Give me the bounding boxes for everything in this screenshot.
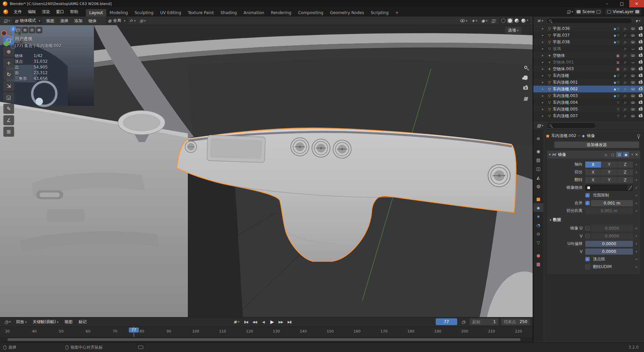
pin-icon[interactable] [637, 134, 640, 137]
display-toggle[interactable]: ⊡ [616, 152, 622, 157]
merge-checkbox[interactable] [585, 201, 590, 205]
object-name[interactable]: 车内顶棚.007 [553, 113, 616, 119]
window-button[interactable]: × [629, 0, 644, 7]
selectable-toggle[interactable] [622, 40, 629, 44]
selectable-toggle[interactable] [622, 60, 629, 64]
properties-tab[interactable]: ◔ [533, 221, 543, 229]
window-button[interactable]: □ [614, 0, 629, 7]
object-name[interactable]: 车内顶棚.004 [553, 100, 616, 105]
axis-toggle-button[interactable]: Z [618, 177, 633, 183]
timeline-ruler[interactable]: 77 3040506070809010011012013014015016017… [0, 326, 533, 337]
tool-button[interactable]: ◲ [3, 92, 14, 102]
workspace-tab[interactable]: Rendering [267, 9, 294, 16]
outliner-editor-type-icon[interactable] [535, 17, 545, 24]
frame-end-field[interactable]: 结束点 250 [501, 318, 530, 325]
current-frame-field[interactable]: 77 [436, 318, 457, 325]
shading-rendered-button[interactable] [521, 18, 529, 23]
shading-material-button[interactable] [514, 18, 520, 23]
disable-in-render-toggle[interactable] [637, 54, 644, 57]
snap-dropdown[interactable] [128, 18, 137, 24]
viewport-canvas[interactable] [0, 25, 533, 317]
expand-arrow-icon[interactable]: ▸ [542, 34, 546, 37]
axis-toggle-button[interactable]: Y [601, 169, 617, 175]
selectable-toggle[interactable] [622, 100, 629, 105]
ortho-grid-icon[interactable] [523, 95, 529, 101]
mode-dropdown[interactable]: 物体模式 [12, 17, 43, 24]
data-section-header[interactable]: ▾ 数据 [550, 217, 640, 223]
breadcrumb-object[interactable]: 车内顶棚.002 [551, 133, 576, 139]
selectable-toggle[interactable] [622, 26, 629, 31]
mirror-object-field[interactable] [585, 185, 627, 191]
tool-button[interactable]: ↻ [3, 70, 14, 80]
select-mode-button[interactable]: ⊠ [36, 27, 42, 33]
outliner-row[interactable]: ▸ + 空物体.003 ▦ [533, 65, 644, 72]
expand-arrow-icon[interactable]: ▸ [542, 60, 546, 64]
properties-tab[interactable]: ◭ [533, 173, 543, 182]
new-scene-icon[interactable] [596, 10, 600, 13]
frame-start-field[interactable]: 起始 1 [470, 318, 498, 325]
zoom-icon[interactable] [523, 64, 529, 70]
display-toggle[interactable]: ▢ [609, 152, 615, 157]
axis-toggle-button[interactable]: Y [601, 162, 617, 168]
transport-button[interactable]: ▶▮ [285, 318, 293, 325]
outliner-row[interactable]: ▸ ▽ 车内顶棚.005 ▽ [533, 106, 644, 113]
disable-in-render-toggle[interactable] [637, 40, 644, 44]
disable-in-render-toggle[interactable] [637, 114, 644, 118]
display-toggle[interactable]: ◉ [623, 152, 629, 157]
hide-in-viewport-toggle[interactable] [630, 48, 636, 50]
outliner-row[interactable]: ▸ ▽ 平面.038 ◆▽ [533, 39, 644, 45]
playhead-chip[interactable]: 77 [129, 327, 139, 333]
auto-keying-button[interactable] [232, 319, 241, 325]
hide-in-viewport-toggle[interactable] [630, 81, 636, 84]
properties-tab[interactable]: ◍ [533, 182, 543, 190]
selectable-toggle[interactable] [622, 46, 629, 51]
selectable-toggle[interactable] [622, 80, 629, 85]
selectable-toggle[interactable] [622, 67, 629, 71]
outliner-row[interactable]: ▸ + 空物体.001 ▦ [533, 59, 644, 65]
expand-arrow-icon[interactable]: ▸ [542, 81, 546, 84]
new-viewlayer-icon[interactable] [635, 10, 639, 13]
viewport-menu-item[interactable]: 视图 [43, 17, 57, 24]
disable-in-render-toggle[interactable] [637, 34, 644, 37]
axis-toggle-button[interactable]: X [585, 169, 601, 175]
expand-arrow-icon[interactable]: ▸ [542, 67, 546, 71]
properties-tab[interactable]: ◫ [533, 164, 543, 173]
axis-toggle-button[interactable]: Y [601, 177, 617, 183]
properties-tab[interactable]: ▤ [533, 156, 543, 164]
object-name[interactable]: 车内顶棚.001 [553, 80, 613, 85]
outliner-row[interactable]: ▸ ▽ 车内顶棚.007 ▽ [533, 113, 644, 119]
outliner-row[interactable]: ▸ ▽ 平面.037 ◆▽ [533, 32, 644, 39]
blender-menu-icon[interactable] [3, 9, 9, 14]
expand-arrow-icon[interactable]: ▸ [542, 47, 546, 50]
expand-arrow-icon[interactable]: ▸ [542, 101, 546, 104]
disable-in-render-toggle[interactable] [637, 101, 644, 104]
expand-arrow-icon[interactable]: ▸ [542, 114, 546, 118]
object-name[interactable]: 车内顶棚.005 [553, 106, 616, 112]
breadcrumb-modifier[interactable]: 镜像 [587, 133, 595, 139]
transport-button[interactable]: ▮◀ [242, 318, 250, 325]
properties-tab[interactable]: ◉ [533, 147, 543, 156]
hide-in-viewport-toggle[interactable] [630, 74, 636, 77]
properties-tab[interactable]: ● [533, 251, 543, 260]
disable-in-render-toggle[interactable] [637, 94, 644, 97]
workspace-tab[interactable]: Modeling [106, 9, 131, 16]
hide-in-viewport-toggle[interactable] [630, 68, 636, 71]
tool-button[interactable]: ⊞ [3, 127, 14, 137]
selectable-toggle[interactable] [622, 53, 629, 58]
merge-threshold-field[interactable]: 0.001 m [591, 200, 633, 206]
menu-item[interactable]: 文件 [11, 8, 25, 15]
outliner-row[interactable]: ▸ ▽ 车内顶棚.003 ◆▽ [533, 92, 644, 99]
camera-view-icon[interactable] [523, 85, 529, 91]
hide-in-viewport-toggle[interactable] [630, 54, 636, 57]
timeline-menu-item[interactable]: 回放 [13, 318, 30, 325]
outliner-row[interactable]: ▸ + 空物体 ▦ [533, 52, 644, 59]
modifier-panel-header[interactable]: ▾ 镜像 ◇▢⊡◉ × [547, 150, 640, 159]
menu-item[interactable]: 编辑 [25, 8, 39, 15]
workspace-tab[interactable]: Geometry Nodes [327, 9, 367, 16]
collapse-arrow-icon[interactable]: ▾ [549, 153, 551, 156]
select-mode-button[interactable]: ⊟ [29, 27, 35, 33]
viewport-menu-item[interactable]: 添加 [71, 17, 86, 24]
viewport-menu-item[interactable]: 物体 [86, 17, 100, 24]
outliner-row[interactable]: ▸ ▽ 车内顶棚.001 ◆▽ [533, 79, 644, 86]
outliner-search-input[interactable] [546, 18, 632, 24]
